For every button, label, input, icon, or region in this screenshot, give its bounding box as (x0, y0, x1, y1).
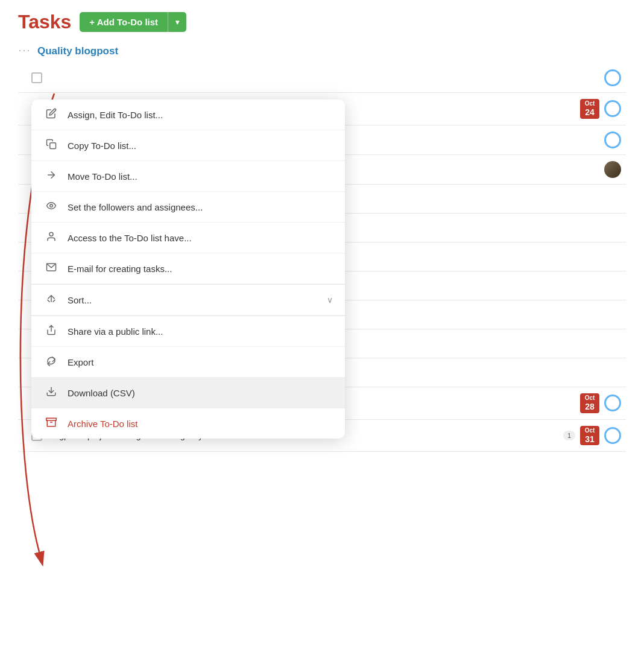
svg-rect-1 (50, 143, 56, 149)
avatar (604, 161, 621, 178)
context-menu: Assign, Edit To-Do list... Copy To-Do li… (31, 100, 345, 439)
menu-item-share[interactable]: Share via a public link... (31, 316, 345, 347)
menu-item-copy[interactable]: Copy To-Do list... (31, 130, 345, 161)
menu-item-download[interactable]: Download (CSV) (31, 378, 345, 408)
date-badge: Oct 28 (580, 393, 599, 413)
sort-icon (45, 293, 58, 306)
section-header: ⋮ Quality blogpost (18, 39, 626, 63)
date-day: 24 (585, 107, 595, 118)
main-content: ⋮ Quality blogpost s check Oct 24 (0, 39, 644, 452)
task-circle[interactable] (604, 100, 621, 117)
svg-point-3 (50, 204, 53, 208)
task-circle[interactable] (604, 132, 621, 148)
eye-icon (45, 200, 58, 214)
menu-item-label: Sort... (68, 295, 92, 305)
person-icon (45, 231, 58, 244)
menu-item-followers[interactable]: Set the followers and assignees... (31, 192, 345, 223)
archive-icon (45, 417, 58, 430)
add-todo-button[interactable]: + Add To-Do list ▾ (80, 12, 186, 32)
export-icon (45, 355, 58, 369)
add-todo-main[interactable]: + Add To-Do list (80, 12, 168, 32)
date-month: Oct (585, 395, 595, 402)
menu-item-label: Archive To-Do list (68, 419, 137, 429)
menu-item-label: Copy To-Do list... (68, 141, 136, 151)
menu-item-export[interactable]: Export (31, 347, 345, 378)
menu-item-move[interactable]: Move To-Do list... (31, 161, 345, 192)
svg-point-4 (49, 232, 53, 236)
section-menu-dots[interactable]: ⋮ (17, 45, 32, 58)
menu-item-email[interactable]: E-mail for creating tasks... (31, 253, 345, 284)
menu-item-label: Download (CSV) (68, 388, 135, 398)
menu-item-label: Move To-Do list... (68, 171, 137, 182)
menu-item-label: Set the followers and assignees... (68, 202, 203, 212)
copy-icon (45, 139, 58, 152)
task-checkbox[interactable] (31, 72, 42, 83)
menu-item-sort[interactable]: Sort... ∨ (31, 285, 345, 315)
share-icon (45, 325, 58, 338)
menu-item-label: Export (68, 357, 93, 367)
menu-item-label: Assign, Edit To-Do list... (68, 110, 163, 120)
date-day: 31 (585, 434, 595, 445)
menu-item-label: Share via a public link... (68, 326, 163, 337)
date-badge: Oct 24 (580, 99, 599, 119)
chevron-down-icon: ∨ (327, 295, 333, 305)
svg-line-8 (53, 300, 55, 302)
email-icon (45, 262, 58, 275)
pencil-icon (45, 108, 58, 121)
avatar-image (604, 161, 621, 178)
menu-item-archive[interactable]: Archive To-Do list (31, 408, 345, 439)
menu-item-label: Access to the To-Do list have... (68, 233, 192, 243)
download-icon (45, 386, 58, 399)
task-count-badge: 1 (563, 431, 575, 440)
menu-item-access[interactable]: Access to the To-Do list have... (31, 223, 345, 253)
arrow-right-icon (45, 170, 58, 183)
task-circle[interactable] (604, 395, 621, 411)
add-todo-arrow[interactable]: ▾ (168, 13, 186, 31)
svg-line-7 (48, 300, 49, 302)
section-title: Quality blogpost (37, 45, 118, 57)
task-circle[interactable] (604, 69, 621, 86)
date-badge: Oct 31 (580, 426, 599, 446)
page-header: Tasks + Add To-Do list ▾ (0, 0, 644, 39)
svg-rect-11 (46, 418, 57, 420)
date-month: Oct (585, 427, 595, 434)
menu-item-assign[interactable]: Assign, Edit To-Do list... (31, 100, 345, 130)
date-day: 28 (585, 402, 595, 412)
task-row (18, 63, 626, 93)
task-circle[interactable] (604, 427, 621, 444)
date-month: Oct (585, 100, 595, 107)
page-title: Tasks (18, 11, 71, 33)
menu-item-label: E-mail for creating tasks... (68, 264, 172, 274)
